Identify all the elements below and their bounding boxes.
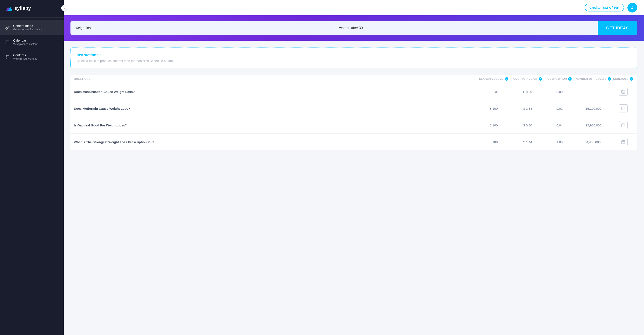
instructions-box: Instructions : Select a topic to produce… <box>70 47 637 68</box>
table-row: Is Oatmeal Good For Weight Loss? 8,100 $… <box>70 117 637 134</box>
content-ideas-title: Content Ideas <box>13 24 42 27</box>
search-volume-cell: 8,100 <box>477 140 511 144</box>
topic-input[interactable] <box>70 21 334 35</box>
hero-section: GET IDEAS <box>64 15 644 41</box>
col-search-volume: SEARCH VOLUME ? <box>477 77 511 81</box>
svg-rect-19 <box>622 107 625 110</box>
results-cell: 29,900,000 <box>574 123 612 127</box>
schedule-cell <box>612 104 634 112</box>
question-cell: What Is The Strongest Weight Loss Prescr… <box>74 140 477 144</box>
competition-cell: 0.00 <box>545 90 574 94</box>
competition-cell: 1.00 <box>545 140 574 144</box>
search-bar: GET IDEAS <box>70 21 637 35</box>
svg-rect-31 <box>622 140 625 144</box>
cost-per-click-help-icon[interactable]: ? <box>539 77 542 81</box>
question-cell: Does Masturbation Cause Weight Loss? <box>74 90 477 94</box>
sidebar: syllaby « Content Ideas Generate idea fo… <box>0 0 64 335</box>
table-row: What Is The Strongest Weight Loss Prescr… <box>70 134 637 150</box>
schedule-button[interactable] <box>619 121 628 129</box>
schedule-cell <box>612 88 634 96</box>
instructions-title: Instructions : <box>77 53 631 57</box>
main-content: Credits: 48.5K / 50K J GET IDEAS Instruc… <box>64 0 644 335</box>
sidebar-item-calendar[interactable]: Calendar View planned content <box>0 35 64 49</box>
search-volume-cell: 8,100 <box>477 107 511 110</box>
svg-rect-3 <box>6 41 9 44</box>
competition-cell: 0.04 <box>545 123 574 127</box>
svg-rect-25 <box>622 124 625 127</box>
calendar-labels: Calendar View planned content <box>13 39 38 46</box>
svg-rect-13 <box>622 90 625 93</box>
table-row: Does Masturbation Cause Weight Loss? 12,… <box>70 83 637 100</box>
question-cell: Is Oatmeal Good For Weight Loss? <box>74 123 477 127</box>
sidebar-collapse-button[interactable]: « <box>61 5 67 11</box>
svg-point-2 <box>6 27 8 29</box>
cpc-cell: $ 0.30 <box>511 123 545 127</box>
cpc-cell: $ 1.44 <box>511 140 545 144</box>
cpc-cell: $ 2.33 <box>511 107 545 110</box>
user-avatar[interactable]: J <box>628 3 637 12</box>
col-competition: COMPETITION ? <box>545 77 574 81</box>
col-cost-per-click: COST-PER-CLICK ? <box>511 77 545 81</box>
schedule-button[interactable] <box>619 88 628 96</box>
schedule-button[interactable] <box>619 138 628 146</box>
competition-cell: 0.01 <box>545 107 574 110</box>
results-cell: 4,430,000 <box>574 140 612 144</box>
calendar-subtitle: View planned content <box>13 43 38 46</box>
col-schedule: SCHEDULE ? <box>612 77 634 81</box>
schedule-help-icon[interactable]: ? <box>630 77 633 81</box>
results-cell: 15,200,000 <box>574 107 612 110</box>
competition-help-icon[interactable]: ? <box>568 77 572 81</box>
sidebar-item-content-ideas[interactable]: Content Ideas Generate idea for content <box>0 20 64 35</box>
content-area: Instructions : Select a topic to produce… <box>64 41 644 335</box>
credits-badge[interactable]: Credits: 48.5K / 50K <box>585 3 624 11</box>
sidebar-item-contents[interactable]: Contents View all your content <box>0 49 64 64</box>
table-header: QUESTIONS SEARCH VOLUME ? COST-PER-CLICK… <box>70 75 637 83</box>
schedule-button[interactable] <box>619 104 628 112</box>
number-of-results-help-icon[interactable]: ? <box>608 77 611 81</box>
col-questions: QUESTIONS <box>74 77 477 81</box>
contents-labels: Contents View all your content <box>13 53 37 60</box>
logo-area: syllaby <box>0 0 64 16</box>
results-cell: 98 <box>574 90 612 94</box>
key-icon <box>5 25 10 30</box>
contents-subtitle: View all your content <box>13 57 37 60</box>
logo-icon <box>5 5 12 12</box>
sidebar-navigation: Content Ideas Generate idea for content … <box>0 18 64 66</box>
search-volume-help-icon[interactable]: ? <box>505 77 508 81</box>
content-ideas-labels: Content Ideas Generate idea for content <box>13 24 42 31</box>
search-volume-cell: 8,100 <box>477 123 511 127</box>
schedule-cell <box>612 121 634 129</box>
top-header: Credits: 48.5K / 50K J <box>64 0 644 15</box>
audience-input[interactable] <box>334 21 598 35</box>
contents-icon <box>5 54 10 59</box>
col-number-of-results: NUMBER OF RESULTS ? <box>574 77 612 81</box>
svg-point-7 <box>6 56 6 57</box>
get-ideas-button[interactable]: GET IDEAS <box>598 21 637 35</box>
content-ideas-subtitle: Generate idea for content <box>13 28 42 31</box>
calendar-icon <box>5 40 10 44</box>
search-volume-cell: 12,100 <box>477 90 511 94</box>
contents-title: Contents <box>13 53 37 57</box>
svg-point-9 <box>6 58 6 58</box>
question-cell: Does Metformin Cause Weight Loss? <box>74 107 477 110</box>
schedule-cell <box>612 138 634 146</box>
results-table: QUESTIONS SEARCH VOLUME ? COST-PER-CLICK… <box>70 75 637 150</box>
calendar-title: Calendar <box>13 39 38 42</box>
table-row: Does Metformin Cause Weight Loss? 8,100 … <box>70 100 637 117</box>
svg-point-8 <box>6 55 6 56</box>
logo-text: syllaby <box>14 5 31 11</box>
instructions-text: Select a topic to produce content then f… <box>77 59 631 63</box>
cpc-cell: $ 0.00 <box>511 90 545 94</box>
